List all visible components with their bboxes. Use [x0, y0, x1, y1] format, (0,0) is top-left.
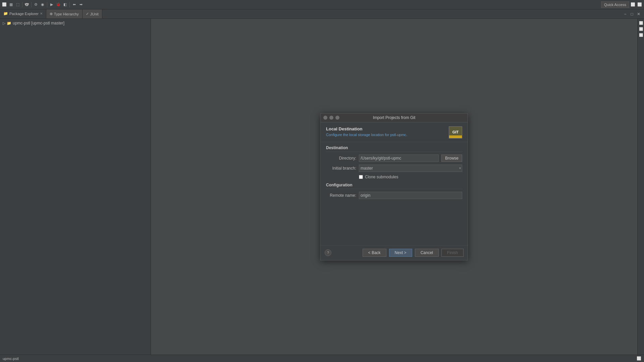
dialog-header-title: Local Destination	[326, 126, 449, 131]
toolbar-icon-11[interactable]: ⬜	[637, 2, 643, 8]
git-logo-text: GIT	[452, 130, 459, 134]
remote-name-label: Remote name:	[326, 193, 356, 198]
clone-submodules-label[interactable]: Clone submodules	[365, 175, 398, 179]
tab-close-package-explorer[interactable]: ✕	[40, 12, 43, 15]
toolbar-icon-10[interactable]: ⬜	[630, 2, 636, 8]
configuration-section-title: Configuration	[326, 183, 462, 189]
directory-input[interactable]	[359, 155, 439, 162]
content-area: Import Projects from Git Local Destinati…	[151, 19, 637, 355]
statusbar-right: ⬜	[637, 356, 641, 361]
tabbar: 📁 Package Explorer ✕ ⊕ Type Hierarchy ✓ …	[0, 9, 644, 19]
toolbar-icon-5[interactable]: ⚙	[33, 2, 39, 8]
toolbar-debug-icon[interactable]: 🐞	[55, 2, 61, 8]
help-button[interactable]: ?	[325, 249, 331, 256]
dialog-header-subtitle: Configure the local storage location for…	[326, 133, 449, 137]
git-logo: GIT	[449, 126, 462, 138]
dialog-spacer	[326, 202, 462, 242]
remote-name-row: Remote name:	[326, 192, 462, 199]
toolbar-run-icon[interactable]: ▶	[49, 2, 55, 8]
initial-branch-select-wrapper: master ▾	[359, 165, 462, 172]
dialog-header: Local Destination Configure the local st…	[321, 122, 468, 142]
right-sidebar: ⬜ ⬜ ⬜	[637, 19, 644, 355]
main-layout: ▷ 📁 upmc-pstl [upmc-pstl master] Import …	[0, 19, 644, 355]
finish-button[interactable]: Finish	[441, 249, 464, 257]
tab-icon-junit: ✓	[86, 12, 89, 16]
right-icon-3[interactable]: ⬜	[638, 32, 644, 38]
toolbar: ⬜ ▦ ⬚ 🐨 ⚙ ◉ ▶ 🐞 ◧ ⬅ ➡ Quick Access ⬜ ⬜	[0, 0, 644, 9]
tab-icon-type-hierarchy: ⊕	[50, 12, 53, 16]
toolbar-sep-3	[47, 2, 47, 7]
sidebar-project-item[interactable]: ▷ 📁 upmc-pstl [upmc-pstl master]	[0, 20, 151, 26]
traffic-light-red[interactable]	[323, 116, 327, 120]
toolbar-icon-9[interactable]: ➡	[78, 2, 84, 8]
expand-icon: ▷	[3, 21, 5, 25]
tab-action-minimize[interactable]: −	[623, 11, 628, 17]
cancel-button[interactable]: Cancel	[415, 249, 439, 257]
back-button[interactable]: < Back	[363, 249, 386, 257]
tab-label-type-hierarchy: Type Hierarchy	[54, 12, 79, 16]
tab-actions: − □ ✕	[623, 9, 644, 18]
statusbar-icon-1: ⬜	[637, 356, 641, 361]
git-logo-bar	[449, 135, 462, 138]
dialog-body: Destination Directory: Browse Initial br…	[321, 142, 468, 245]
initial-branch-row: Initial branch: master ▾	[326, 165, 462, 172]
traffic-light-green[interactable]	[335, 116, 339, 120]
tab-label-junit: JUnit	[90, 12, 99, 16]
traffic-lights	[323, 116, 339, 120]
next-button[interactable]: Next >	[389, 249, 412, 257]
toolbar-sep-4	[69, 2, 70, 7]
toolbar-icon-8[interactable]: ⬅	[71, 2, 77, 8]
right-icon-2[interactable]: ⬜	[638, 26, 644, 32]
import-dialog: Import Projects from Git Local Destinati…	[320, 113, 468, 260]
clone-submodules-checkbox[interactable]	[359, 175, 363, 179]
dialog-footer: ? < Back Next > Cancel Finish	[321, 245, 468, 260]
sidebar-project-label: upmc-pstl [upmc-pstl master]	[13, 21, 64, 25]
toolbar-icon-4[interactable]: 🐨	[24, 2, 30, 8]
toolbar-icon-1[interactable]: ⬜	[1, 2, 7, 8]
toolbar-sep-1	[22, 2, 22, 7]
quick-access-button[interactable]: Quick Access	[601, 1, 629, 8]
tab-label-package-explorer: Package Explorer	[9, 12, 39, 16]
remote-name-input[interactable]	[359, 192, 462, 199]
tab-action-maximize[interactable]: □	[629, 11, 635, 17]
destination-section-title: Destination	[326, 145, 462, 152]
right-icon-1[interactable]: ⬜	[638, 20, 644, 25]
toolbar-icon-2[interactable]: ▦	[8, 2, 14, 8]
toolbar-icon-3[interactable]: ⬚	[15, 2, 21, 8]
tab-action-close[interactable]: ✕	[636, 11, 641, 17]
dialog-header-text: Local Destination Configure the local st…	[326, 126, 449, 137]
initial-branch-select[interactable]: master	[359, 165, 462, 172]
tab-junit[interactable]: ✓ JUnit	[83, 9, 102, 18]
tab-type-hierarchy[interactable]: ⊕ Type Hierarchy	[46, 9, 83, 18]
initial-branch-label: Initial branch:	[326, 166, 356, 171]
statusbar-project: upmc-pstl	[3, 357, 19, 361]
configuration-section: Configuration Remote name:	[326, 183, 462, 199]
tab-icon-package-explorer: 📁	[3, 11, 8, 16]
project-icon: 📁	[7, 21, 11, 25]
directory-label: Directory:	[326, 156, 356, 161]
toolbar-icon-6[interactable]: ◉	[40, 2, 46, 8]
browse-button[interactable]: Browse	[441, 155, 462, 162]
sidebar: ▷ 📁 upmc-pstl [upmc-pstl master]	[0, 19, 151, 355]
tab-package-explorer[interactable]: 📁 Package Explorer ✕	[0, 9, 46, 18]
toolbar-icon-7[interactable]: ◧	[62, 2, 68, 8]
dialog-titlebar: Import Projects from Git	[321, 114, 468, 122]
clone-submodules-row: Clone submodules	[359, 175, 462, 179]
traffic-light-yellow[interactable]	[329, 116, 333, 120]
dialog-title: Import Projects from Git	[323, 115, 465, 120]
directory-row: Directory: Browse	[326, 155, 462, 162]
statusbar: upmc-pstl ⬜	[0, 355, 644, 362]
toolbar-sep-2	[31, 2, 32, 7]
